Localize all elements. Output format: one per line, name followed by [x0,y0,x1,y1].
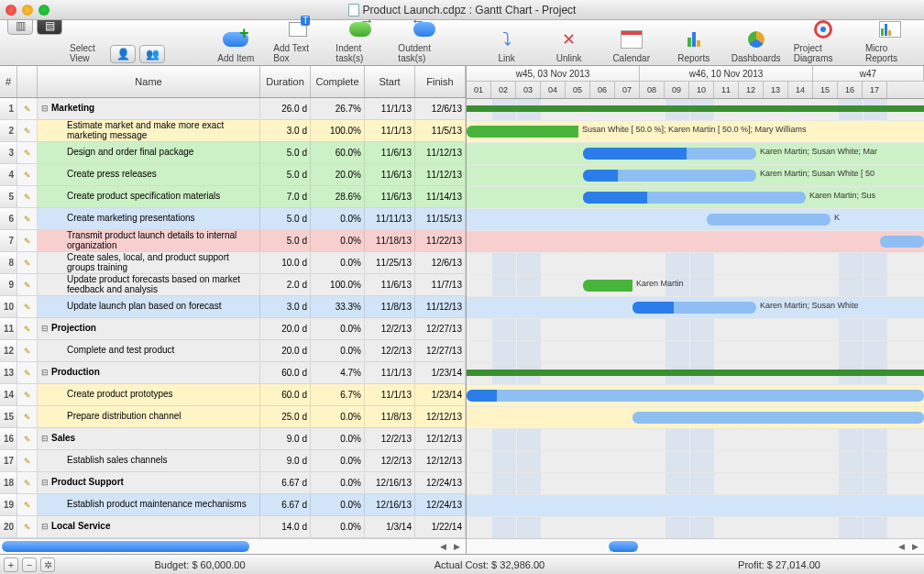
gantt-row[interactable]: Karen Martin; Sus [467,187,924,209]
table-row[interactable]: 11✎⊟ Projection20.0 d0.0%12/2/1312/27/13 [0,318,466,340]
table-row[interactable]: 1✎⊟ Marketing26.0 d26.7%11/1/1312/6/13 [0,98,466,120]
week-header[interactable]: w46, 10 Nov 2013 [640,66,813,81]
col-start[interactable]: Start [365,66,415,97]
day-header[interactable]: 09 [665,82,689,98]
gantt-row[interactable]: K [467,209,924,231]
indent-button[interactable]: →Indent task(s) [336,17,385,63]
micro-reports-button[interactable]: Micro Reports [865,17,915,63]
row-name[interactable]: ⊟ Sales [38,428,260,449]
scroll-thumb[interactable] [2,541,249,552]
scroll-thumb[interactable] [609,541,638,552]
col-name[interactable]: Name [38,66,260,97]
row-name[interactable]: ⊟ Production [38,362,260,383]
table-row[interactable]: 18✎⊟ Product Support6.67 d0.0%12/16/1312… [0,472,466,494]
table-row[interactable]: 14✎Create product prototypes60.0 d6.7%11… [0,384,466,406]
add-text-box-button[interactable]: TAdd Text Box [273,17,323,63]
row-tool-icon[interactable]: ✎ [17,274,38,295]
row-tool-icon[interactable]: ✎ [17,406,38,427]
row-finish[interactable]: 11/15/13 [415,208,466,229]
gantt-bar[interactable] [467,390,924,402]
project-diagrams-button[interactable]: Project Diagrams [794,17,852,63]
row-start[interactable]: 11/11/13 [365,208,415,229]
day-header[interactable]: 16 [838,82,863,98]
row-start[interactable]: 1/3/14 [365,516,415,537]
row-complete[interactable]: 0.0% [311,252,365,273]
row-name[interactable]: ⊟ Local Service [38,516,260,537]
table-row[interactable]: 6✎Create marketing presentations5.0 d0.0… [0,208,466,230]
gantt-bar[interactable]: Karen Martin; Sus [583,192,806,204]
view-mode[interactable]: ▤ [35,17,64,63]
row-start[interactable]: 12/2/13 [365,318,415,339]
gantt-row[interactable] [467,517,924,538]
row-start[interactable]: 12/16/13 [365,494,415,515]
row-duration[interactable]: 6.67 d [260,472,311,493]
row-finish[interactable]: 12/24/13 [415,472,466,493]
row-complete[interactable]: 100.0% [311,274,365,295]
row-finish[interactable]: 12/24/13 [415,494,466,515]
row-complete[interactable]: 26.7% [311,98,365,119]
scroll-right-icon[interactable]: ▶ [908,540,922,554]
gantt-row[interactable] [467,231,924,253]
gantt-row[interactable] [467,99,924,121]
row-complete[interactable]: 0.0% [311,450,365,471]
row-name[interactable]: Estimate market and make more exact mark… [38,120,260,141]
day-header[interactable]: 08 [640,82,665,98]
row-name[interactable]: Create marketing presentations [38,208,260,229]
gantt-row[interactable]: Karen Martin; Susan White [467,297,924,319]
gantt-row[interactable]: Karen Martin; Susan White; Mar [467,143,924,165]
row-duration[interactable]: 3.0 d [260,120,311,141]
row-start[interactable]: 11/8/13 [365,406,415,427]
row-name[interactable]: Create press releases [38,164,260,185]
left-scrollbar[interactable]: ◀ ▶ [0,538,466,554]
row-tool-icon[interactable]: ✎ [17,384,38,405]
col-num[interactable]: # [0,66,17,97]
row-finish[interactable]: 1/23/14 [415,384,466,405]
gantt-row[interactable] [467,385,924,407]
row-complete[interactable]: 28.6% [311,186,365,207]
row-tool-icon[interactable]: ✎ [17,428,38,449]
row-tool-icon[interactable]: ✎ [17,450,38,471]
row-duration[interactable]: 60.0 d [260,384,311,405]
table-row[interactable]: 3✎Design and order final package5.0 d60.… [0,142,466,164]
gantt-bar[interactable]: Karen Martin [583,280,632,292]
row-complete[interactable]: 0.0% [311,494,365,515]
row-name[interactable]: Update launch plan based on forecast [38,296,260,317]
gantt-row[interactable] [467,451,924,473]
gantt-bar[interactable]: Karen Martin; Susan White [ 50 [583,170,756,182]
row-duration[interactable]: 5.0 d [260,208,311,229]
gantt-row[interactable] [467,363,924,385]
row-name[interactable]: Establish sales channels [38,450,260,471]
col-duration[interactable]: Duration [260,66,311,97]
row-complete[interactable]: 4.7% [311,362,365,383]
zoom-out-button[interactable]: − [22,557,37,572]
disclosure-icon[interactable]: ⊟ [41,325,49,333]
row-tool-icon[interactable]: ✎ [17,516,38,537]
row-start[interactable]: 12/2/13 [365,450,415,471]
row-finish[interactable]: 12/6/13 [415,98,466,119]
row-start[interactable]: 11/18/13 [365,230,415,251]
row-start[interactable]: 11/6/13 [365,186,415,207]
row-duration[interactable]: 6.67 d [260,494,311,515]
gantt-bar[interactable] [632,412,924,424]
scroll-left-icon[interactable]: ◀ [436,540,450,554]
row-finish[interactable]: 11/5/13 [415,120,466,141]
gantt-bar[interactable]: Karen Martin; Susan White; Mar [583,148,756,160]
day-header[interactable]: 12 [739,82,764,98]
gantt-row[interactable]: Karen Martin; Susan White [ 50 [467,165,924,187]
row-duration[interactable]: 2.0 d [260,274,311,295]
row-name[interactable]: Complete and test product [38,340,260,361]
row-complete[interactable]: 0.0% [311,230,365,251]
row-start[interactable]: 11/6/13 [365,274,415,295]
row-name[interactable]: ⊟ Product Support [38,472,260,493]
day-header[interactable]: 11 [714,82,739,98]
row-name[interactable]: Design and order final package [38,142,260,163]
row-start[interactable]: 12/2/13 [365,428,415,449]
row-complete[interactable]: 0.0% [311,340,365,361]
row-finish[interactable]: 11/7/13 [415,274,466,295]
calendar-button[interactable]: Calendar [607,27,656,63]
gantt-bar[interactable] [880,236,924,248]
row-finish[interactable]: 12/27/13 [415,340,466,361]
table-row[interactable]: 17✎Establish sales channels9.0 d0.0%12/2… [0,450,466,472]
row-tool-icon[interactable]: ✎ [17,230,38,251]
row-duration[interactable]: 3.0 d [260,296,311,317]
